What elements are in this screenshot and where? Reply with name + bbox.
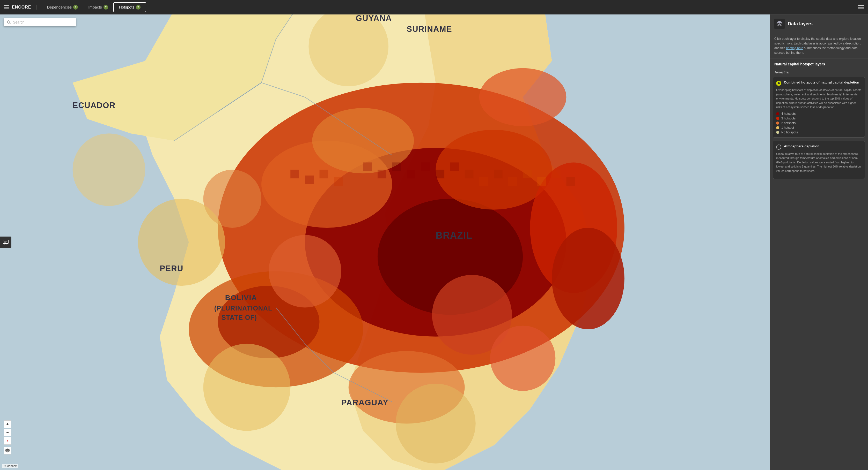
svg-rect-34: [363, 162, 372, 171]
main-content: GUYANA SURINAME ECUADOR PERU BRAZIL BOLI…: [0, 14, 868, 470]
country-guyana: GUYANA: [356, 14, 392, 23]
comment-icon: [3, 240, 8, 245]
nav: Dependencies ? Impacts ? Hotspots ?: [42, 2, 858, 12]
data-layers-icon: [776, 21, 783, 27]
svg-point-22: [269, 235, 341, 308]
svg-rect-30: [290, 170, 299, 178]
svg-rect-31: [305, 175, 314, 184]
svg-rect-41: [465, 170, 474, 178]
comment-button[interactable]: [0, 237, 11, 248]
menu-right-icon[interactable]: [858, 5, 864, 9]
nav-hotspots-label: Hotspots: [119, 5, 134, 9]
legend-label-4hotspots: 4 hotspots: [781, 112, 796, 115]
svg-point-24: [490, 326, 556, 391]
country-peru: PERU: [160, 264, 183, 273]
country-paraguay: PARAGUAY: [341, 398, 389, 407]
legend-dot-2hotspots: [776, 122, 779, 125]
svg-rect-35: [378, 170, 386, 178]
layer-combined-header: Combined hotspots of natural capital dep…: [776, 80, 862, 86]
nav-impacts-label: Impacts: [88, 5, 102, 9]
legend-dot-1hotspot: [776, 126, 779, 129]
svg-rect-2: [3, 240, 8, 243]
legend-item-1: 1 hotspot: [776, 126, 862, 130]
svg-point-29: [396, 384, 476, 464]
layer-card-atmosphere[interactable]: Atmosphere depletion Global relative rat…: [773, 141, 865, 179]
country-suriname: SURINAME: [407, 25, 452, 34]
layer-atmosphere-name: Atmosphere depletion: [784, 144, 819, 149]
svg-rect-32: [319, 170, 328, 178]
layer-card-combined[interactable]: Combined hotspots of natural capital dep…: [773, 77, 865, 138]
layer-combined-legend: 4 hotspots 3 hotspots 2 hotspots 1 hotsp…: [776, 112, 862, 134]
svg-line-1: [9, 23, 10, 24]
header-right: [858, 5, 864, 9]
nav-hotspots-help[interactable]: ?: [136, 5, 141, 9]
svg-rect-38: [421, 162, 430, 171]
legend-item-3: 3 hotspots: [776, 116, 862, 120]
svg-rect-33: [334, 177, 343, 186]
map-controls: + − ↑: [4, 421, 11, 455]
search-input[interactable]: [13, 20, 73, 24]
legend-dot-4hotspots: [776, 112, 779, 115]
svg-rect-47: [552, 170, 561, 178]
svg-point-28: [204, 344, 291, 431]
svg-rect-48: [566, 177, 575, 186]
nav-impacts[interactable]: Impacts ?: [83, 2, 113, 12]
nav-impacts-help[interactable]: ?: [103, 5, 108, 9]
svg-rect-40: [450, 162, 459, 171]
country-ecuador: ECUADOR: [73, 101, 116, 110]
search-overlay: [4, 18, 76, 26]
logo-area: ENCORE: [4, 5, 36, 9]
nav-dependencies[interactable]: Dependencies ?: [42, 2, 83, 12]
country-brazil: BRAZIL: [436, 230, 472, 241]
layer-atmosphere-desc: Global relative rate of natural capital …: [776, 152, 862, 173]
country-bolivia-3: STATE OF): [221, 314, 257, 321]
svg-marker-52: [777, 21, 782, 24]
svg-point-17: [479, 68, 566, 126]
nav-dependencies-help[interactable]: ?: [73, 5, 78, 9]
svg-rect-42: [479, 177, 488, 186]
header: ENCORE Dependencies ? Impacts ? Hotspots…: [0, 0, 868, 14]
search-icon: [7, 20, 11, 24]
country-bolivia-2: (PLURINATIONAL: [214, 305, 273, 312]
legend-label-nohotspots: No hotspots: [781, 131, 798, 134]
legend-label-3hotspots: 3 hotspots: [781, 116, 796, 120]
data-layers-header: Data layers: [770, 14, 868, 33]
data-layers-title: Data layers: [788, 21, 813, 27]
terrestrial-label: Terrestrial: [770, 68, 868, 75]
logo-text: ENCORE: [12, 5, 31, 9]
layer-combined-desc: Overlapping hotspots of depletion of sto…: [776, 88, 862, 109]
svg-rect-36: [392, 162, 401, 171]
nav-hotspots[interactable]: Hotspots ?: [113, 2, 146, 12]
zoom-in-button[interactable]: +: [4, 421, 11, 428]
legend-item-2: 2 hotspots: [776, 121, 862, 125]
svg-rect-39: [436, 170, 444, 178]
hamburger-icon[interactable]: [4, 5, 9, 9]
map-visualization: GUYANA SURINAME ECUADOR PERU BRAZIL BOLI…: [0, 14, 770, 470]
section-title: Natural capital hotspot layers: [770, 59, 868, 68]
legend-dot-3hotspots: [776, 117, 779, 120]
layer-atmosphere-header: Atmosphere depletion: [776, 144, 862, 150]
svg-point-20: [552, 228, 624, 329]
map-container[interactable]: GUYANA SURINAME ECUADOR PERU BRAZIL BOLI…: [0, 14, 770, 470]
layer-combined-radio[interactable]: [776, 81, 781, 86]
svg-point-26: [73, 133, 146, 206]
svg-rect-43: [494, 170, 503, 178]
nav-dependencies-label: Dependencies: [47, 5, 72, 9]
svg-marker-51: [5, 451, 9, 452]
layers-icon-container: [774, 19, 785, 29]
zoom-out-button[interactable]: −: [4, 429, 11, 436]
legend-dot-nohotspots: [776, 131, 779, 134]
svg-rect-46: [537, 177, 546, 186]
map-svg: GUYANA SURINAME ECUADOR PERU BRAZIL BOLI…: [0, 14, 770, 470]
country-bolivia-1: BOLIVIA: [225, 294, 257, 302]
sidebar-panel: Data layers Click each layer to display …: [770, 14, 868, 470]
compass-button[interactable]: ↑: [4, 437, 11, 445]
data-layers-description: Click each layer to display the spatial …: [770, 33, 868, 59]
layer-atmosphere-radio[interactable]: [776, 144, 781, 150]
layers-button[interactable]: [4, 447, 11, 455]
layers-stack-icon: [5, 448, 10, 453]
legend-label-1hotspot: 1 hotspot: [781, 126, 794, 130]
briefing-note-link[interactable]: briefing note: [786, 46, 803, 50]
layer-combined-name: Combined hotspots of natural capital dep…: [784, 80, 859, 85]
svg-rect-45: [523, 170, 532, 178]
